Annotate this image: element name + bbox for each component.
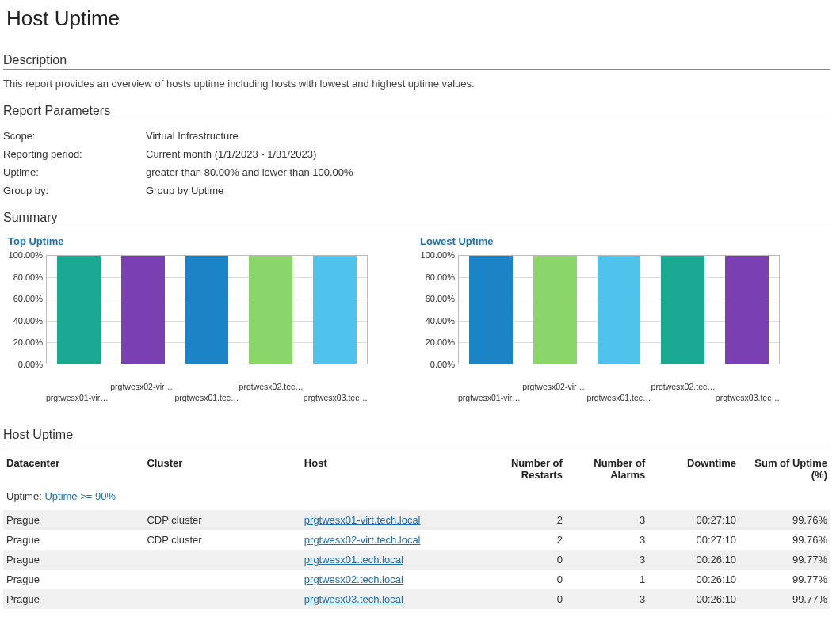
uptime-group-prefix: Uptime:	[6, 490, 44, 502]
col-datacenter: Datacenter	[3, 452, 143, 486]
param-uptime-label: Uptime:	[3, 166, 146, 178]
cell-sum: 99.76%	[739, 510, 830, 530]
host-uptime-table-body: PragueCDP clusterprgtwesx01-virt.tech.lo…	[3, 510, 830, 609]
cell-host: prgtwesx02-virt.tech.local	[301, 530, 483, 550]
section-params-header: Report Parameters	[3, 104, 830, 120]
x-tick-label: prgtwesx03.tech.local	[304, 393, 368, 402]
x-tick-label	[46, 382, 110, 391]
host-link[interactable]: prgtwesx03.tech.local	[304, 593, 403, 605]
x-tick-label	[458, 382, 522, 391]
cell-sum: 99.77%	[739, 589, 830, 609]
uptime-group-link[interactable]: Uptime >= 90%	[44, 490, 116, 502]
chart-bar	[469, 256, 513, 364]
chart-bar	[598, 256, 641, 364]
charts-row: Top Uptime0.00%20.00%40.00%60.00%80.00%1…	[3, 235, 830, 406]
description-text: This report provides an overview of host…	[3, 78, 830, 90]
cell-host: prgtwesx02.tech.local	[301, 570, 483, 589]
param-group-label: Group by:	[3, 185, 146, 196]
cell-alarms: 3	[566, 589, 648, 609]
host-uptime-table: Datacenter Cluster Host Number of Restar…	[3, 452, 830, 486]
cell-sum: 99.77%	[739, 570, 830, 589]
chart-bar	[57, 256, 101, 364]
table-row: Pragueprgtwesx03.tech.local0300:26:1099.…	[3, 589, 830, 609]
x-tick-label: prgtwesx01-virt.tech.l...	[46, 393, 110, 402]
params-grid: Scope: Virtual Infrastructure Reporting …	[3, 130, 830, 196]
y-tick-label: 60.00%	[415, 294, 455, 303]
y-tick-label: 0.00%	[415, 360, 455, 369]
y-tick-label: 20.00%	[415, 337, 455, 347]
cell-restarts: 0	[483, 570, 566, 589]
chart-title: Top Uptime	[8, 235, 368, 247]
cell-cluster: CDP cluster	[143, 530, 300, 550]
x-tick-label: prgtwesx01-virt.tech.l...	[458, 393, 522, 402]
cell-cluster	[143, 570, 300, 589]
col-host: Host	[301, 452, 483, 486]
cell-host: prgtwesx01-virt.tech.local	[301, 510, 483, 530]
cell-downtime: 00:26:10	[648, 550, 739, 570]
table-row: Pragueprgtwesx02.tech.local0100:26:1099.…	[3, 570, 830, 589]
cell-restarts: 2	[483, 530, 566, 550]
chart-lowest-uptime: Lowest Uptime0.00%20.00%40.00%60.00%80.0…	[415, 235, 780, 406]
x-tick-label	[110, 393, 174, 402]
x-tick-label	[304, 382, 368, 391]
page-title: Host Uptime	[6, 6, 830, 31]
cell-downtime: 00:27:10	[648, 530, 739, 550]
x-tick-label: prgtwesx02-virt.tech.l...	[110, 382, 174, 391]
cell-downtime: 00:26:10	[648, 570, 739, 589]
cell-datacenter: Prague	[3, 530, 143, 550]
chart-bar	[121, 256, 165, 364]
cell-cluster: CDP cluster	[143, 510, 300, 530]
chart-bar	[313, 256, 357, 364]
chart-bar	[185, 256, 229, 364]
x-tick-label	[586, 382, 651, 391]
x-tick-label: prgtwesx02-virt.tech.l...	[522, 382, 586, 391]
y-tick-label: 80.00%	[415, 272, 455, 282]
col-alarms: Number of Alarms	[566, 452, 648, 486]
section-summary-header: Summary	[3, 211, 830, 227]
y-tick-label: 100.00%	[415, 250, 455, 260]
param-scope-label: Scope:	[3, 130, 146, 142]
chart-bar	[533, 256, 577, 364]
cell-downtime: 00:27:10	[648, 510, 739, 530]
cell-cluster	[143, 589, 300, 609]
chart-bar	[725, 256, 769, 364]
x-tick-label	[716, 382, 780, 391]
chart-bar	[661, 256, 704, 364]
cell-restarts: 2	[483, 510, 566, 530]
table-row: PragueCDP clusterprgtwesx02-virt.tech.lo…	[3, 530, 830, 550]
table-row: PragueCDP clusterprgtwesx01-virt.tech.lo…	[3, 510, 830, 530]
section-hostuptime-header: Host Uptime	[3, 428, 830, 444]
host-link[interactable]: prgtwesx01-virt.tech.local	[304, 514, 421, 526]
param-group-value: Group by Uptime	[146, 185, 830, 196]
host-link[interactable]: prgtwesx01.tech.local	[304, 554, 403, 566]
y-tick-label: 20.00%	[3, 337, 43, 347]
cell-host: prgtwesx01.tech.local	[301, 550, 483, 570]
cell-sum: 99.76%	[739, 530, 830, 550]
y-tick-label: 80.00%	[3, 272, 43, 282]
y-tick-label: 100.00%	[3, 250, 43, 260]
cell-sum: 99.77%	[739, 550, 830, 570]
uptime-group-row: Uptime: Uptime >= 90%	[3, 486, 830, 507]
chart-bar	[249, 256, 292, 364]
y-tick-label: 40.00%	[3, 316, 43, 326]
x-tick-label: prgtwesx03.tech.local	[716, 393, 780, 402]
x-tick-label: prgtwesx01.tech.local	[174, 393, 239, 402]
col-sum: Sum of Uptime (%)	[739, 452, 830, 486]
cell-restarts: 0	[483, 589, 566, 609]
host-link[interactable]: prgtwesx02-virt.tech.local	[304, 534, 421, 546]
y-tick-label: 60.00%	[3, 294, 43, 303]
table-row: Pragueprgtwesx01.tech.local0300:26:1099.…	[3, 550, 830, 570]
param-uptime-value: greater than 80.00% and lower than 100.0…	[146, 166, 830, 178]
y-tick-label: 40.00%	[415, 316, 455, 326]
cell-restarts: 0	[483, 550, 566, 570]
cell-alarms: 1	[566, 570, 648, 589]
host-link[interactable]: prgtwesx02.tech.local	[304, 574, 403, 585]
section-description-header: Description	[3, 53, 830, 70]
chart-top-uptime: Top Uptime0.00%20.00%40.00%60.00%80.00%1…	[3, 235, 368, 406]
y-tick-label: 0.00%	[3, 360, 43, 369]
col-restarts: Number of Restarts	[483, 452, 566, 486]
x-tick-label: prgtwesx02.tech.local	[239, 382, 304, 391]
col-downtime: Downtime	[648, 452, 739, 486]
cell-alarms: 3	[566, 530, 648, 550]
cell-downtime: 00:26:10	[648, 589, 739, 609]
